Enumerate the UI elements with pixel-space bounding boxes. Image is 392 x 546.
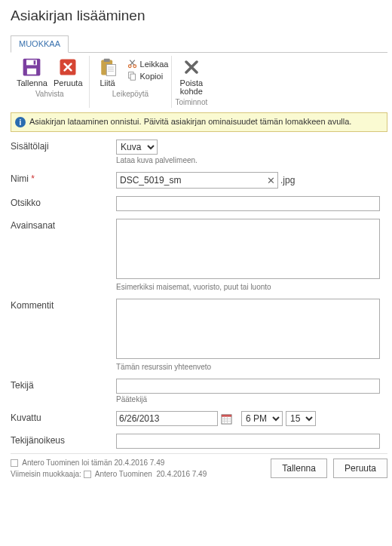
comments-label: Kommentit: [11, 299, 116, 311]
title-label: Otsikko: [11, 196, 116, 208]
created-checkbox[interactable]: [11, 459, 18, 467]
svg-rect-3: [27, 69, 36, 75]
paste-button[interactable]: Liitä: [93, 57, 123, 87]
modified-label: Viimeisin muokkaaja:: [11, 470, 84, 478]
created-user: Antero Tuominen: [22, 459, 79, 467]
properties-form: Sisältölaji Kuva Lataa kuva palvelimeen.…: [0, 132, 392, 449]
svg-rect-16: [222, 414, 231, 416]
content-type-help: Lataa kuva palvelimeen.: [116, 156, 387, 164]
title-input[interactable]: [116, 196, 380, 211]
cut-icon: [127, 59, 137, 69]
ribbon-group-actions-title: Toiminnot: [175, 98, 207, 106]
content-type-select[interactable]: Kuva: [116, 140, 158, 155]
ribbon-group-clipboard-title: Leikepöytä: [93, 90, 169, 98]
captured-minute-select[interactable]: 15: [286, 411, 316, 426]
footer: Antero Tuominen loi tämän 20.4.2016 7.49…: [11, 453, 387, 480]
tab-bar: MUOKKAA: [11, 35, 387, 53]
svg-rect-7: [106, 65, 115, 76]
comments-textarea[interactable]: [116, 299, 380, 359]
clear-name-icon[interactable]: ✕: [267, 175, 275, 186]
keywords-textarea[interactable]: [116, 219, 380, 279]
ribbon-group-confirm-title: Vahvista: [14, 90, 86, 98]
delete-item-button[interactable]: Poista kohde: [176, 57, 207, 96]
created-ts: 20.4.2016 7.49: [115, 459, 165, 467]
copyright-label: Tekijänoikeus: [11, 434, 116, 446]
cut-button[interactable]: Leikkaa: [127, 58, 169, 69]
copy-label: Kopioi: [140, 71, 164, 81]
cancel-label: Peruuta: [54, 78, 83, 87]
cancel-icon: [57, 57, 78, 78]
cancel-button[interactable]: Peruuta: [51, 57, 86, 87]
delete-label-2: kohde: [180, 87, 203, 96]
name-input[interactable]: [116, 172, 278, 189]
ribbon: Tallenna Peruuta Vahvista: [0, 53, 392, 108]
notice-text: Asiakirjan lataaminen onnistui. Päivitä …: [29, 117, 351, 126]
modified-user: Antero Tuominen: [95, 470, 152, 478]
ribbon-group-clipboard: Liitä Leikkaa Kopioi: [90, 56, 173, 108]
paste-label: Liitä: [100, 78, 115, 87]
delete-icon: [181, 57, 202, 78]
content-type-label: Sisältölaji: [11, 140, 116, 152]
copy-icon: [127, 71, 137, 81]
author-input[interactable]: [116, 379, 380, 394]
calendar-icon[interactable]: [221, 413, 238, 425]
modified-ts: 20.4.2016 7.49: [157, 470, 207, 478]
audit-info: Antero Tuominen loi tämän 20.4.2016 7.49…: [11, 457, 207, 480]
page-title: Asiakirjan lisääminen: [0, 6, 392, 35]
author-help: Päätekijä: [116, 395, 387, 403]
keywords-help: Esimerkiksi maisemat, vuoristo, puut tai…: [116, 283, 387, 291]
captured-date-input[interactable]: [116, 411, 218, 426]
footer-save-button[interactable]: Tallenna: [271, 459, 327, 478]
captured-label: Kuvattu: [11, 411, 116, 423]
info-icon: i: [15, 117, 26, 127]
footer-cancel-button[interactable]: Peruuta: [333, 459, 387, 478]
ribbon-group-confirm: Tallenna Peruuta Vahvista: [11, 56, 90, 108]
cut-label: Leikkaa: [140, 59, 169, 69]
ribbon-group-actions: Poista kohde Toiminnot: [172, 56, 210, 108]
keywords-label: Avainsanat: [11, 219, 116, 231]
svg-rect-14: [130, 74, 136, 80]
file-extension: .jpg: [280, 175, 295, 186]
save-icon: [21, 57, 42, 78]
save-button[interactable]: Tallenna: [14, 57, 51, 87]
author-label: Tekijä: [11, 379, 116, 391]
comments-help: Tämän resurssin yhteenveto: [116, 363, 387, 371]
svg-rect-6: [103, 59, 109, 62]
modified-checkbox[interactable]: [84, 471, 91, 478]
paste-icon: [97, 57, 118, 78]
copy-button[interactable]: Kopioi: [127, 70, 164, 81]
svg-rect-2: [34, 60, 36, 64]
name-label: Nimi *: [11, 172, 116, 184]
save-label: Tallenna: [17, 78, 47, 87]
copyright-input[interactable]: [116, 434, 380, 449]
captured-hour-select[interactable]: 6 PM: [241, 411, 283, 426]
tab-edit[interactable]: MUOKKAA: [11, 35, 69, 53]
upload-success-notice: i Asiakirjan lataaminen onnistui. Päivit…: [11, 112, 387, 132]
